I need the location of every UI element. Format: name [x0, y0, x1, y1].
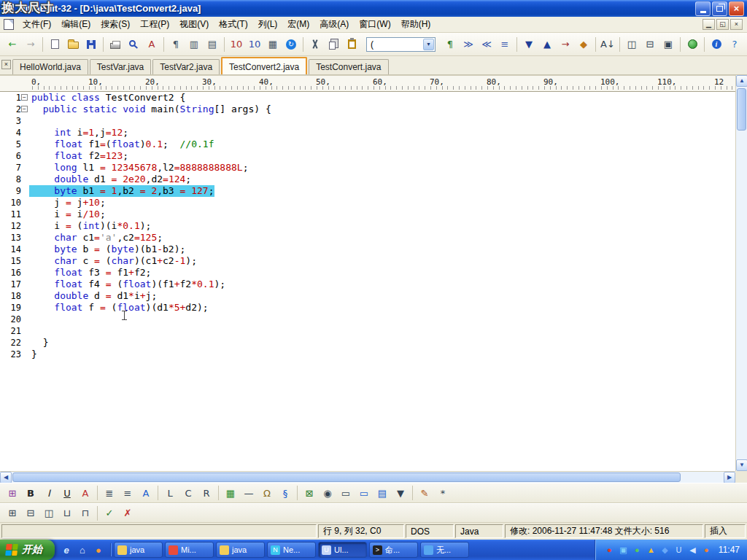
insert-row-icon[interactable]: ⊟	[22, 505, 39, 522]
insert-column-icon[interactable]: ◫	[40, 505, 58, 522]
code-text[interactable]	[29, 325, 31, 337]
task-ne[interactable]: NNe...	[267, 542, 316, 558]
tray-download-icon[interactable]: ◆	[659, 545, 670, 556]
tile-vertical-icon[interactable]: ⊟	[641, 36, 659, 53]
mdi-close-button[interactable]: ×	[730, 19, 743, 30]
hex-insert-icon[interactable]: 10	[246, 36, 263, 53]
align-center-icon[interactable]: C	[179, 484, 197, 502]
menu-item-edit[interactable]: 编辑(E)	[56, 16, 96, 33]
code-text[interactable]	[29, 314, 31, 325]
code-editor[interactable]: 1−public class TestConvert2 {2− public s…	[0, 92, 735, 471]
code-text[interactable]: char c1='a',c2=125;	[29, 232, 163, 244]
menu-item-view[interactable]: 视图(V)	[174, 16, 214, 33]
tile-horizontal-icon[interactable]: ◫	[623, 36, 640, 53]
underline-icon[interactable]: U	[58, 484, 76, 502]
code-text[interactable]: double d1 = 2e20,d2=124;	[29, 174, 191, 185]
menu-item-advanced[interactable]: 高级(A)	[314, 16, 354, 33]
tab-testconvert2-java[interactable]: TestConvert2.java	[221, 57, 307, 74]
code-text[interactable]: double d = d1*i+j;	[29, 290, 157, 302]
code-text[interactable]: float f = (float)(d1*5+d2);	[29, 302, 209, 314]
task-untitled[interactable]: 无...	[420, 542, 469, 558]
radio-button-icon[interactable]: ◉	[319, 484, 336, 502]
bookmark-icon[interactable]: ◆	[575, 36, 592, 53]
sync-icon[interactable]	[282, 36, 300, 53]
replace-icon[interactable]: A	[143, 36, 160, 53]
mdi-minimize-button[interactable]: ▁	[703, 19, 715, 30]
code-text[interactable]: i = (int)(i*0.1);	[29, 220, 151, 232]
menu-item-format[interactable]: 格式(T)	[214, 16, 252, 33]
code-text[interactable]: char c = (char)(c1+c2-1);	[29, 255, 197, 267]
vertical-scrollbar[interactable]: ▲ ▼	[735, 75, 747, 471]
find-icon[interactable]	[125, 36, 142, 53]
mdi-restore-button[interactable]: ◱	[716, 19, 729, 30]
code-fold-icon[interactable]: ▤	[204, 36, 221, 53]
code-text[interactable]: byte b1 = 1,b2 = 2,b3 = 127;	[29, 185, 214, 197]
horizontal-scroll-thumb[interactable]	[12, 472, 681, 482]
copy-icon[interactable]	[325, 36, 342, 53]
code-text[interactable]: public static void main(String[] args) {	[29, 104, 271, 115]
task-java-folder-2[interactable]: java	[216, 542, 265, 558]
hyperlink-icon[interactable]: §	[276, 484, 294, 502]
code-text[interactable]: }	[29, 337, 48, 349]
scroll-up-icon[interactable]: ▲	[736, 75, 747, 87]
quicklaunch-show-desktop-icon[interactable]: ⌂	[76, 543, 89, 556]
tab-pane-close-icon[interactable]: ×	[1, 60, 11, 69]
table-grid-icon[interactable]: ⊞	[4, 505, 21, 522]
minimize-button[interactable]	[695, 1, 711, 16]
script-icon[interactable]: ✎	[416, 484, 433, 502]
numbered-list-icon[interactable]: ≡	[119, 484, 136, 502]
code-text[interactable]: public class TestConvert2 {	[29, 92, 185, 104]
fold-toggle-icon[interactable]: −	[21, 94, 28, 101]
goto-line-icon[interactable]: →	[557, 36, 574, 53]
task-ultraedit[interactable]: UUl...	[318, 542, 367, 558]
push-button-icon[interactable]: ▭	[337, 484, 355, 502]
browser-view-icon[interactable]	[684, 36, 701, 53]
chevron-down-icon[interactable]: ▼	[423, 39, 434, 50]
align-right-icon[interactable]: R	[198, 484, 215, 502]
tray-monitor-icon[interactable]: ▣	[618, 545, 629, 556]
menu-item-project[interactable]: 工程(P)	[135, 16, 174, 33]
task-mi[interactable]: Mi...	[165, 542, 214, 558]
indent-icon[interactable]: ≫	[460, 36, 477, 53]
menu-item-help[interactable]: 帮助(H)	[396, 16, 436, 33]
cascade-icon[interactable]: ▣	[659, 36, 677, 53]
tab-testconvert-java[interactable]: TestConvert.java	[309, 59, 388, 74]
scroll-right-icon[interactable]: ▶	[724, 472, 735, 483]
comment-icon[interactable]: *	[434, 484, 452, 502]
align-text-icon[interactable]: ≡	[496, 36, 514, 53]
text-field-icon[interactable]: ▭	[355, 484, 373, 502]
tray-firewall-icon[interactable]: ●	[701, 545, 712, 556]
code-text[interactable]: }	[29, 349, 37, 360]
sort-icon[interactable]: A↓	[599, 36, 616, 53]
dropdown-icon[interactable]: ▼	[392, 484, 409, 502]
merge-cells-icon[interactable]: ⊔	[58, 505, 76, 522]
close-button[interactable]: ×	[729, 1, 744, 16]
checkbox-icon[interactable]: ⊠	[301, 484, 318, 502]
menu-item-window[interactable]: 窗口(W)	[354, 16, 395, 33]
vertical-scroll-thumb[interactable]	[737, 88, 746, 131]
code-text[interactable]: float f1=(float)0.1; //0.1f	[29, 139, 214, 150]
menu-item-macro[interactable]: 宏(M)	[282, 16, 314, 33]
tab-testvar-java[interactable]: TestVar.java	[90, 59, 151, 74]
help-icon[interactable]: ?	[726, 36, 743, 53]
bold-icon[interactable]: B	[22, 484, 39, 502]
find-next-icon[interactable]: ▼	[520, 36, 538, 53]
split-cells-icon[interactable]: ⊓	[77, 505, 94, 522]
new-file-icon[interactable]	[46, 36, 63, 53]
spellcheck-icon[interactable]: ✓	[101, 505, 118, 522]
outdent-icon[interactable]: ≪	[478, 36, 495, 53]
tray-messenger-icon[interactable]: ●	[632, 545, 643, 556]
tray-volume-icon[interactable]: ◀	[687, 545, 698, 556]
align-left-icon[interactable]: L	[161, 484, 179, 502]
menu-item-search[interactable]: 搜索(S)	[96, 16, 135, 33]
menu-item-file[interactable]: 文件(F)	[18, 16, 56, 33]
tab-testvar2-java[interactable]: TestVar2.java	[152, 59, 220, 74]
scroll-left-icon[interactable]: ◀	[0, 472, 12, 483]
wrap-text-icon[interactable]: ¶	[167, 36, 185, 53]
insert-table-icon[interactable]: ⊞	[4, 484, 21, 502]
code-text[interactable]: float f4 = (float)(f1+f2*0.1);	[29, 279, 225, 290]
find-combo-box[interactable]: ( ▼	[366, 37, 436, 52]
code-text[interactable]: float f3 = f1+f2;	[29, 267, 151, 279]
open-file-icon[interactable]	[64, 36, 82, 53]
document-icon[interactable]	[4, 19, 14, 30]
